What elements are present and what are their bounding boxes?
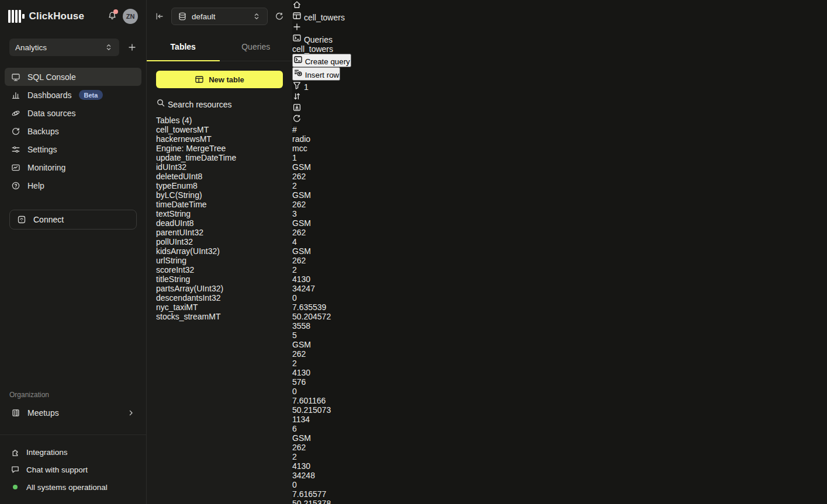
sidebar-item-label: SQL Console	[27, 72, 76, 82]
sidebar-item-label: Monitoring	[27, 163, 65, 172]
table-cell[interactable]: GSM	[292, 433, 368, 443]
sidebar-item-dashboards[interactable]: DashboardsBeta	[5, 86, 141, 104]
field-type: Int32	[202, 293, 220, 303]
explorer-tab-tables[interactable]: Tables	[147, 33, 220, 61]
table-cell[interactable]: GSM	[292, 246, 368, 256]
table-item-hackernews[interactable]: hackernewsMT	[156, 134, 283, 144]
table-cell[interactable]: 262	[292, 172, 368, 181]
table-cell[interactable]: GSM	[292, 162, 368, 172]
refresh-table-button[interactable]	[292, 114, 368, 125]
column-header[interactable]: radio	[292, 134, 368, 144]
sidebar-footer-all-systems-operational[interactable]: All systems operational	[5, 478, 141, 496]
field-name: dead	[156, 218, 174, 228]
new-table-button[interactable]: New table	[156, 71, 283, 88]
sidebar-footer-chat-with-support[interactable]: Chat with support	[5, 461, 141, 478]
search-input[interactable]: Search resources	[156, 98, 283, 116]
queries-button[interactable]: Queries	[292, 33, 368, 44]
table-cell[interactable]: 34247	[292, 284, 368, 293]
table-cell[interactable]: 262	[292, 228, 368, 237]
table-item-nyc_taxi[interactable]: nyc_taxiMT	[156, 303, 283, 312]
explorer-body: New table Search resources Tables (4) ce…	[147, 61, 292, 331]
table-cell[interactable]: 2	[292, 359, 368, 368]
table-cell[interactable]: 0	[292, 387, 368, 396]
connect-button[interactable]: Connect	[9, 210, 137, 230]
table-grid-icon	[195, 75, 204, 84]
insert-row-button[interactable]: Insert row	[292, 67, 340, 81]
tab-home[interactable]	[292, 0, 368, 11]
table-cell[interactable]: GSM	[292, 340, 368, 349]
add-tab-button[interactable]	[292, 22, 368, 33]
table-cell[interactable]: GSM	[292, 190, 368, 200]
tab-cell-towers[interactable]: cell_towers	[292, 11, 368, 22]
sidebar-item-label: Meetups	[27, 408, 59, 418]
table-cell[interactable]: 50.215378	[292, 499, 368, 504]
download-button[interactable]	[292, 103, 368, 114]
engine-label: Engine: MergeTree	[156, 144, 283, 153]
footer-item-label: All systems operational	[26, 483, 108, 492]
filter-button[interactable]: 1	[292, 81, 368, 92]
table-cell[interactable]: 7.601166	[292, 396, 368, 405]
page-title: cell_towers	[292, 44, 368, 54]
clickhouse-logo[interactable]	[8, 10, 25, 23]
sidebar-item-monitoring[interactable]: Monitoring	[5, 158, 141, 176]
field-name: parent	[156, 228, 179, 237]
tables-section-label: Tables (4)	[156, 116, 283, 125]
table-cell[interactable]: 262	[292, 443, 368, 452]
settings-icon	[11, 145, 20, 154]
main-area: cell_towers Queries cell_towers Create q…	[292, 0, 368, 504]
table-cell[interactable]: 4130	[292, 274, 368, 284]
create-query-button[interactable]: Create query	[292, 54, 351, 67]
sidebar-item-settings[interactable]: Settings	[5, 140, 141, 158]
sidebar-item-help[interactable]: Help	[5, 176, 141, 194]
notifications-bell-icon[interactable]	[108, 11, 117, 22]
table-cell[interactable]: 1134	[292, 415, 368, 424]
sort-button[interactable]	[292, 92, 368, 103]
column-header[interactable]: #	[292, 125, 368, 134]
sidebar-item-backups[interactable]: Backups	[5, 122, 141, 140]
explorer-tab-queries[interactable]: Queries	[220, 33, 293, 61]
field-name: parts	[156, 284, 174, 293]
table-cell[interactable]: 34248	[292, 471, 368, 480]
table-cell[interactable]: 50.215073	[292, 405, 368, 415]
column-header[interactable]: mcc	[292, 144, 368, 153]
collapse-panel-icon[interactable]	[155, 12, 164, 21]
sidebar-divider	[0, 435, 146, 435]
field-name: id	[156, 162, 162, 172]
sidebar-footer-integrations[interactable]: Integrations	[5, 443, 141, 461]
sidebar-item-meetups[interactable]: Meetups	[5, 404, 141, 422]
sidebar-item-data-sources[interactable]: Data sources	[5, 104, 141, 122]
table-cell[interactable]: 4130	[292, 461, 368, 471]
schema-field: kidsArray(UInt32)	[156, 246, 283, 256]
table-cell[interactable]: 3558	[292, 321, 368, 331]
add-workspace-button[interactable]	[127, 43, 137, 52]
table-cell[interactable]: 2	[292, 265, 368, 274]
table-cell[interactable]: 4130	[292, 368, 368, 377]
table-cell[interactable]: 7.635539	[292, 303, 368, 312]
table-cell[interactable]: 576	[292, 377, 368, 387]
table-cell[interactable]: 2	[292, 452, 368, 461]
table-cell[interactable]: 262	[292, 200, 368, 209]
database-selector[interactable]: default	[171, 8, 268, 25]
monitoring-icon	[11, 163, 20, 172]
data-sources-icon	[11, 109, 20, 118]
row-number: 1	[292, 153, 368, 162]
table-cell[interactable]: 262	[292, 256, 368, 265]
avatar[interactable]: ZN	[123, 9, 138, 24]
table-cell[interactable]: 7.616577	[292, 489, 368, 499]
table-cell[interactable]: 262	[292, 349, 368, 359]
table-cell[interactable]: 0	[292, 293, 368, 303]
table-item-stocks_stream[interactable]: stocks_streamMT	[156, 312, 283, 321]
dashboards-icon	[11, 91, 20, 100]
data-table: #radiomcc1GSM2622GSM2623GSM2624GSM262241…	[292, 125, 368, 504]
schema-field: timeDateTime	[156, 200, 283, 209]
table-item-cell_towers[interactable]: cell_towersMT	[156, 125, 283, 134]
refresh-resources-icon[interactable]	[275, 12, 284, 21]
engine-badge: MT	[200, 134, 212, 144]
app-root: ClickHouse ZN Analytics SQL ConsoleDashb…	[0, 0, 827, 504]
workspace-selector[interactable]: Analytics	[9, 39, 119, 56]
table-cell[interactable]: GSM	[292, 218, 368, 228]
field-type: String	[169, 209, 191, 218]
table-cell[interactable]: 50.204572	[292, 312, 368, 321]
sidebar-item-sql-console[interactable]: SQL Console	[5, 68, 141, 86]
table-cell[interactable]: 0	[292, 480, 368, 489]
